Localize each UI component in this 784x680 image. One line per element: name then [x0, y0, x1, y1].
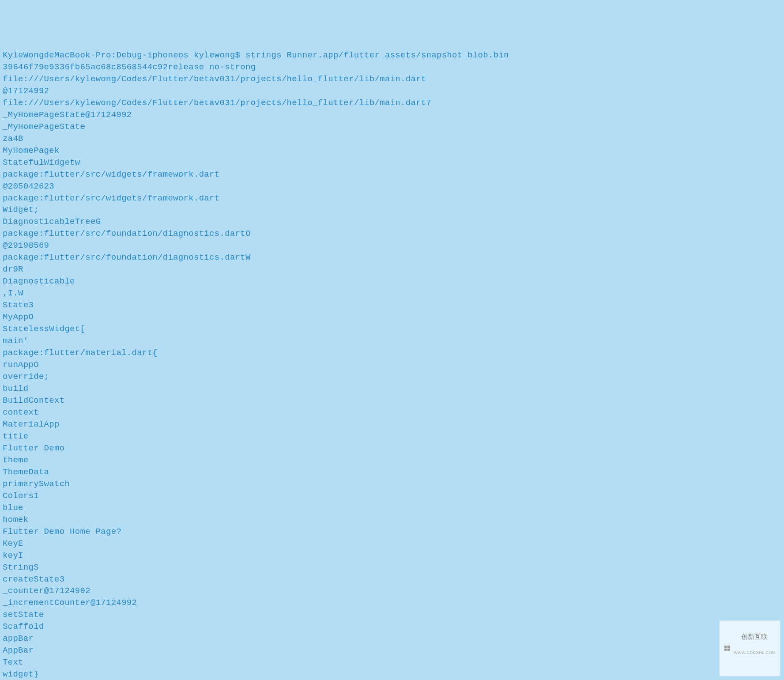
watermark-sub: WWW.CDCXHL.COM: [734, 650, 776, 656]
logo-icon: [723, 644, 731, 652]
watermark-brand: 创新互联: [741, 633, 768, 640]
terminal-output[interactable]: KyleWongdeMacBook-Pro:Debug-iphoneos kyl…: [3, 49, 781, 680]
watermark-badge: 创新互联 WWW.CDCXHL.COM: [719, 620, 780, 676]
